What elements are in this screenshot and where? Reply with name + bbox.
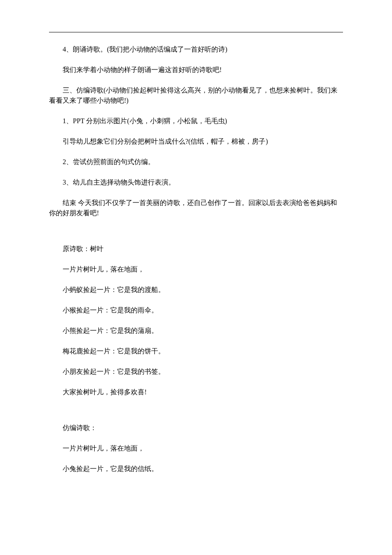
paragraph: 2、尝试仿照前面的句式仿编。	[49, 157, 343, 167]
document-page: 4、朗诵诗歌。(我们把小动物的话编成了一首好听的诗) 我们来学着小动物的样子朗诵…	[0, 0, 392, 474]
paragraph: 4、朗诵诗歌。(我们把小动物的话编成了一首好听的诗)	[49, 44, 343, 55]
top-rule	[49, 32, 343, 32]
poem-line: 小蚂蚁捡起一片：它是我的渡船。	[49, 285, 343, 295]
section-title: 原诗歌：树叶	[49, 244, 343, 254]
paragraph-text: 三、仿编诗歌(小动物们捡起树叶捡得这么高兴，别的小动物看见了，也想来捡树叶。我们…	[49, 87, 337, 104]
paragraph: 引导幼儿想象它们分别会把树叶当成什么?(信纸，帽子，棉被，房子)	[49, 136, 343, 147]
poem-line: 小熊捡起一片：它是我的蒲扇。	[49, 326, 343, 336]
paragraph: 1、PPT 分别出示图片(小兔，小刺猬，小松鼠，毛毛虫)	[49, 116, 343, 126]
paragraph: 三、仿编诗歌(小动物们捡起树叶捡得这么高兴，别的小动物看见了，也想来捡树叶。我们…	[49, 85, 343, 106]
paragraph-text: 结束 今天我们不仅学了一首美丽的诗歌，还自己创作了一首。回家以后去表演给爸爸妈妈…	[49, 199, 337, 217]
poem-line: 一片片树叶儿，落在地面，	[49, 264, 343, 275]
poem-line: 一片片树叶儿，落在地面，	[49, 443, 343, 454]
paragraph: 3、幼儿自主选择动物头饰进行表演。	[49, 177, 343, 188]
poem-line: 小朋友捡起一片：它是我的书签。	[49, 367, 343, 377]
paragraph: 我们来学着小动物的样子朗诵一遍这首好听的诗歌吧!	[49, 65, 343, 75]
poem-line: 梅花鹿捡起一片：它是我的饼干。	[49, 346, 343, 356]
paragraph: 结束 今天我们不仅学了一首美丽的诗歌，还自己创作了一首。回家以后去表演给爸爸妈妈…	[49, 198, 343, 218]
poem-line: 大家捡树叶儿，捡得多欢喜!	[49, 387, 343, 397]
poem-line: 小兔捡起一片，它是我的信纸。	[49, 464, 343, 474]
poem-line: 小猴捡起一片：它是我的雨伞。	[49, 305, 343, 315]
section-title: 仿编诗歌：	[49, 423, 343, 433]
